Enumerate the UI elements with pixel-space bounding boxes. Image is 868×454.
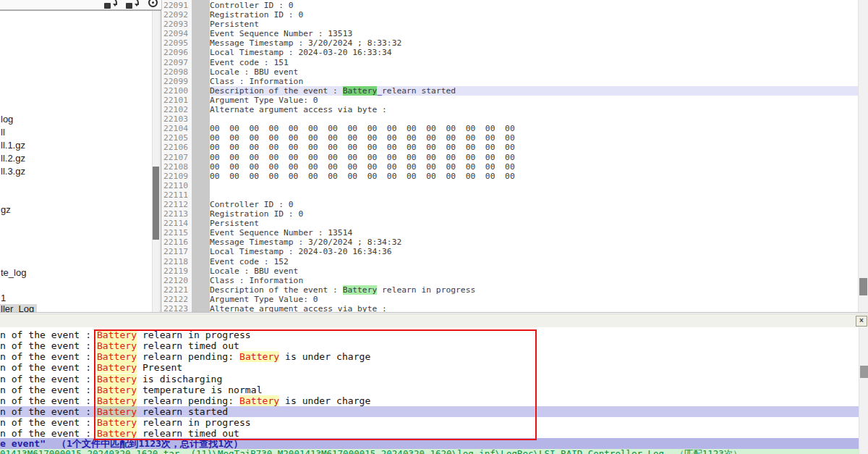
editor-pane[interactable]: 2209122092220932209422095220962209722098… [162, 0, 868, 312]
result-row-text: on of the event : [0, 406, 97, 417]
editor-line[interactable] [210, 181, 859, 190]
result-row-text: relearn pending: [137, 351, 239, 362]
file-item[interactable]: ll.2.gz [1, 154, 25, 164]
file-item[interactable]: te_log [1, 268, 26, 278]
bookmark-margin [192, 0, 210, 312]
file-list-scrollbar[interactable] [152, 11, 160, 312]
file-header-row[interactable]: 01413M617000015-20240320-1620.tar (11)\M… [0, 449, 859, 454]
editor-line[interactable]: Argument Type Value: 0 [210, 295, 859, 304]
result-row[interactable]: on of the event : Battery relearn in pro… [0, 329, 859, 340]
editor-line[interactable]: Event Sequence Number : 13513 [210, 29, 859, 38]
result-row[interactable]: on of the event : Battery relearn starte… [0, 406, 859, 417]
editor-line[interactable]: Class : Information [210, 276, 859, 285]
line-number: 22099 [162, 77, 192, 86]
result-row[interactable]: on of the event : Battery relearn in pro… [0, 417, 859, 428]
line-number: 22094 [162, 29, 192, 38]
editor-line[interactable] [210, 190, 859, 200]
line-number: 22113 [162, 209, 192, 219]
result-row-text: on of the event : [0, 384, 97, 395]
file-item[interactable]: ll.1.gz [1, 140, 25, 151]
editor-line[interactable]: Registration ID : 0 [210, 10, 859, 20]
locate-target-icon[interactable] [145, 0, 161, 9]
editor-line[interactable]: Alternate argument access via byte : [210, 304, 859, 312]
file-item[interactable]: gz [1, 205, 11, 215]
result-row[interactable]: on of the event : Battery relearn pendin… [0, 395, 859, 406]
search-match-highlight: Battery [239, 351, 279, 362]
line-number: 22093 [162, 20, 192, 29]
result-row-text: Present [137, 362, 182, 373]
export-log-icon[interactable] [103, 0, 119, 9]
editor-line[interactable]: Persistent [210, 20, 859, 29]
file-item[interactable]: ll [1, 127, 5, 138]
editor-line[interactable]: Locale : BBU event [210, 67, 859, 77]
result-row[interactable]: on of the event : Battery relearn pendin… [0, 351, 859, 362]
editor-line[interactable]: 00 00 00 00 00 00 00 00 00 00 00 00 00 0… [210, 133, 859, 143]
editor-line[interactable]: Class : Information [210, 77, 859, 86]
results-close-button[interactable]: × [856, 316, 867, 327]
line-number: 22116 [162, 237, 192, 247]
results-vscrollbar[interactable] [859, 327, 868, 454]
editor-line[interactable]: Message Timestamp : 3/20/2024 ; 8:33:32 [210, 38, 859, 48]
result-row-text: relearn started [137, 406, 228, 417]
line-number: 22109 [162, 172, 192, 181]
editor-line[interactable]: 00 00 00 00 00 00 00 00 00 00 00 00 00 0… [210, 153, 859, 162]
code-area[interactable]: Controller ID : 0Registration ID : 0Pers… [210, 0, 859, 312]
line-number: 22097 [162, 58, 192, 67]
editor-line[interactable]: Description of the event : Battery_relea… [210, 86, 859, 96]
file-item[interactable]: 1 [1, 293, 6, 303]
result-row[interactable]: on of the event : Battery temperature is… [0, 384, 859, 395]
search-summary-row[interactable]: e event" （1个文件中匹配到1123次，总计查找1次） [0, 438, 859, 449]
editor-line[interactable]: 00 00 00 00 00 00 00 00 00 00 00 00 00 0… [210, 162, 859, 172]
result-row[interactable]: on of the event : Battery relearn timed … [0, 340, 859, 351]
smart-highlight-match: Battery [343, 86, 378, 96]
search-match-highlight: Battery [97, 362, 137, 373]
line-number: 22108 [162, 162, 192, 172]
export-log-icon[interactable] [124, 0, 140, 9]
search-match-highlight: Battery [97, 329, 137, 340]
editor-vscrollbar[interactable] [858, 0, 868, 312]
editor-line[interactable]: Message Timestamp : 3/20/2024 ; 8:34:32 [210, 237, 859, 247]
export-log-icon-arrowhead [113, 4, 117, 7]
line-number: 22112 [162, 200, 192, 209]
editor-line[interactable]: Locale : BBU event [210, 266, 859, 276]
line-number: 22095 [162, 38, 192, 48]
editor-line[interactable]: Persistent [210, 219, 859, 228]
line-number: 22101 [162, 96, 192, 105]
editor-vscrollbar-thumb[interactable] [859, 278, 867, 295]
editor-line[interactable] [210, 114, 859, 124]
editor-line[interactable]: Local Timestamp : 2024-03-20 16:33:34 [210, 48, 859, 57]
editor-line[interactable]: 00 00 00 00 00 00 00 00 00 00 00 00 00 0… [210, 172, 859, 181]
editor-line[interactable]: Controller ID : 0 [210, 1, 859, 10]
file-item[interactable]: ll.3.gz [1, 167, 25, 177]
editor-line[interactable]: Description of the event : Battery relea… [210, 285, 859, 295]
editor-line[interactable]: Event code : 152 [210, 257, 859, 266]
result-row-text: on of the event : [0, 340, 97, 351]
result-row-text: relearn timed out [137, 340, 239, 351]
file-list-scrollbar-thumb[interactable] [153, 167, 159, 240]
result-row-text: on of the event : [0, 329, 97, 340]
results-vscrollbar-thumb[interactable] [860, 366, 868, 378]
line-number: 22091 [162, 1, 192, 10]
result-row-text: relearn pending: [137, 395, 239, 406]
editor-line[interactable]: Controller ID : 0 [210, 200, 859, 209]
editor-line[interactable]: Registration ID : 0 [210, 209, 859, 219]
file-list: logllll.1.gzll.2.gzll.3.gzgzte_log1ller_… [0, 10, 161, 313]
editor-line[interactable]: Event code : 151 [210, 58, 859, 67]
line-number: 22105 [162, 133, 192, 143]
editor-line[interactable]: Event Sequence Number : 13514 [210, 228, 859, 237]
editor-line-text: relearn started [382, 86, 456, 96]
result-row[interactable]: on of the event : Battery Present [0, 362, 859, 373]
results-panel-header [0, 312, 868, 328]
file-item[interactable]: log [1, 114, 13, 125]
editor-line[interactable]: 00 00 00 00 00 00 00 00 00 00 00 00 00 0… [210, 124, 859, 133]
editor-line[interactable]: 00 00 00 00 00 00 00 00 00 00 00 00 00 0… [210, 143, 859, 152]
editor-line[interactable]: Local Timestamp : 2024-03-20 16:34:36 [210, 247, 859, 256]
editor-line[interactable]: Argument Type Value: 0 [210, 96, 859, 105]
result-row-text: on of the event : [0, 351, 97, 362]
editor-line[interactable]: Alternate argument access via byte : [210, 105, 859, 114]
line-number: 22103 [162, 114, 192, 124]
result-row[interactable]: on of the event : Battery is discharging [0, 374, 859, 384]
line-number-gutter: 2209122092220932209422095220962209722098… [162, 0, 192, 312]
toolbar [0, 0, 162, 10]
search-results-list[interactable]: on of the event : Battery relearn in pro… [0, 327, 859, 454]
